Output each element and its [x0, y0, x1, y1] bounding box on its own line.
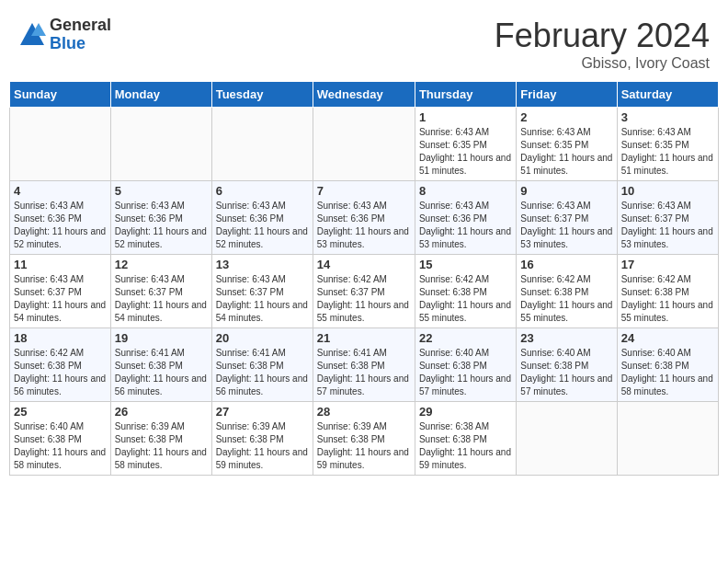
calendar-cell: 5Sunrise: 6:43 AM Sunset: 6:36 PM Daylig… [110, 181, 211, 255]
day-info: Sunrise: 6:43 AM Sunset: 6:36 PM Dayligh… [115, 200, 208, 251]
day-info: Sunrise: 6:41 AM Sunset: 6:38 PM Dayligh… [216, 347, 309, 398]
title-area: February 2024 Gbisso, Ivory Coast [495, 17, 710, 72]
calendar-cell: 16Sunrise: 6:42 AM Sunset: 6:38 PM Dayli… [517, 255, 617, 328]
day-info: Sunrise: 6:43 AM Sunset: 6:36 PM Dayligh… [14, 200, 107, 251]
day-number: 16 [520, 258, 612, 271]
calendar-header-tuesday: Tuesday [211, 82, 313, 108]
calendar-header-wednesday: Wednesday [313, 82, 415, 108]
calendar-cell: 19Sunrise: 6:41 AM Sunset: 6:38 PM Dayli… [110, 328, 211, 402]
day-info: Sunrise: 6:43 AM Sunset: 6:35 PM Dayligh… [520, 126, 612, 178]
day-number: 17 [621, 258, 714, 271]
day-info: Sunrise: 6:43 AM Sunset: 6:35 PM Dayligh… [419, 126, 512, 178]
day-number: 25 [14, 405, 107, 419]
day-info: Sunrise: 6:42 AM Sunset: 6:38 PM Dayligh… [621, 273, 714, 325]
calendar-cell: 18Sunrise: 6:42 AM Sunset: 6:38 PM Dayli… [10, 328, 111, 402]
day-number: 8 [419, 184, 512, 198]
day-info: Sunrise: 6:40 AM Sunset: 6:38 PM Dayligh… [14, 420, 107, 472]
day-info: Sunrise: 6:40 AM Sunset: 6:38 PM Dayligh… [621, 347, 714, 398]
day-info: Sunrise: 6:42 AM Sunset: 6:37 PM Dayligh… [317, 273, 411, 325]
location-title: Gbisso, Ivory Coast [495, 55, 710, 72]
logo: General Blue [18, 17, 111, 53]
day-number: 22 [419, 331, 512, 345]
calendar-week-4: 18Sunrise: 6:42 AM Sunset: 6:38 PM Dayli… [10, 328, 719, 402]
calendar-cell: 9Sunrise: 6:43 AM Sunset: 6:37 PM Daylig… [517, 181, 617, 255]
day-number: 15 [419, 258, 512, 271]
day-info: Sunrise: 6:43 AM Sunset: 6:36 PM Dayligh… [216, 200, 309, 251]
day-number: 20 [216, 331, 309, 345]
logo-icon [18, 21, 46, 49]
calendar-cell: 11Sunrise: 6:43 AM Sunset: 6:37 PM Dayli… [10, 255, 111, 328]
calendar-cell [211, 108, 313, 181]
day-info: Sunrise: 6:41 AM Sunset: 6:38 PM Dayligh… [317, 347, 411, 398]
calendar-header-monday: Monday [110, 82, 211, 108]
day-info: Sunrise: 6:42 AM Sunset: 6:38 PM Dayligh… [419, 273, 512, 325]
calendar-cell [10, 108, 111, 181]
day-number: 21 [317, 331, 411, 345]
day-number: 28 [317, 405, 411, 419]
calendar-header-row: SundayMondayTuesdayWednesdayThursdayFrid… [10, 82, 719, 108]
calendar: SundayMondayTuesdayWednesdayThursdayFrid… [9, 81, 719, 476]
logo-general: General [50, 17, 111, 35]
calendar-cell: 26Sunrise: 6:39 AM Sunset: 6:38 PM Dayli… [110, 402, 211, 476]
day-info: Sunrise: 6:43 AM Sunset: 6:37 PM Dayligh… [621, 200, 714, 251]
calendar-cell: 7Sunrise: 6:43 AM Sunset: 6:36 PM Daylig… [313, 181, 415, 255]
calendar-cell: 1Sunrise: 6:43 AM Sunset: 6:35 PM Daylig… [415, 108, 516, 181]
day-number: 9 [520, 184, 612, 198]
day-number: 24 [621, 331, 714, 345]
calendar-cell [313, 108, 415, 181]
day-number: 10 [621, 184, 714, 198]
calendar-cell: 14Sunrise: 6:42 AM Sunset: 6:37 PM Dayli… [313, 255, 415, 328]
calendar-cell [617, 402, 718, 476]
calendar-header-saturday: Saturday [617, 82, 718, 108]
day-info: Sunrise: 6:40 AM Sunset: 6:38 PM Dayligh… [520, 347, 612, 398]
calendar-cell [517, 402, 617, 476]
day-number: 18 [14, 331, 107, 345]
day-number: 14 [317, 258, 411, 271]
calendar-week-5: 25Sunrise: 6:40 AM Sunset: 6:38 PM Dayli… [10, 402, 719, 476]
day-number: 19 [115, 331, 208, 345]
day-info: Sunrise: 6:43 AM Sunset: 6:37 PM Dayligh… [14, 273, 107, 325]
calendar-cell: 4Sunrise: 6:43 AM Sunset: 6:36 PM Daylig… [10, 181, 111, 255]
calendar-cell: 15Sunrise: 6:42 AM Sunset: 6:38 PM Dayli… [415, 255, 516, 328]
calendar-week-2: 4Sunrise: 6:43 AM Sunset: 6:36 PM Daylig… [10, 181, 719, 255]
day-info: Sunrise: 6:39 AM Sunset: 6:38 PM Dayligh… [216, 420, 309, 472]
logo-blue: Blue [50, 35, 111, 53]
day-info: Sunrise: 6:39 AM Sunset: 6:38 PM Dayligh… [317, 420, 411, 472]
calendar-cell: 8Sunrise: 6:43 AM Sunset: 6:36 PM Daylig… [415, 181, 516, 255]
day-number: 3 [621, 110, 714, 124]
day-number: 13 [216, 258, 309, 271]
day-info: Sunrise: 6:43 AM Sunset: 6:35 PM Dayligh… [621, 126, 714, 178]
calendar-cell: 28Sunrise: 6:39 AM Sunset: 6:38 PM Dayli… [313, 402, 415, 476]
calendar-cell: 24Sunrise: 6:40 AM Sunset: 6:38 PM Dayli… [617, 328, 718, 402]
day-info: Sunrise: 6:40 AM Sunset: 6:38 PM Dayligh… [419, 347, 512, 398]
day-number: 5 [115, 184, 208, 198]
calendar-cell: 3Sunrise: 6:43 AM Sunset: 6:35 PM Daylig… [617, 108, 718, 181]
calendar-cell: 27Sunrise: 6:39 AM Sunset: 6:38 PM Dayli… [211, 402, 313, 476]
calendar-cell: 21Sunrise: 6:41 AM Sunset: 6:38 PM Dayli… [313, 328, 415, 402]
calendar-cell: 29Sunrise: 6:38 AM Sunset: 6:38 PM Dayli… [415, 402, 516, 476]
day-number: 29 [419, 405, 512, 419]
calendar-week-1: 1Sunrise: 6:43 AM Sunset: 6:35 PM Daylig… [10, 108, 719, 181]
calendar-cell: 6Sunrise: 6:43 AM Sunset: 6:36 PM Daylig… [211, 181, 313, 255]
calendar-header-thursday: Thursday [415, 82, 516, 108]
day-info: Sunrise: 6:43 AM Sunset: 6:36 PM Dayligh… [419, 200, 512, 251]
calendar-cell: 12Sunrise: 6:43 AM Sunset: 6:37 PM Dayli… [110, 255, 211, 328]
day-info: Sunrise: 6:39 AM Sunset: 6:38 PM Dayligh… [115, 420, 208, 472]
calendar-cell: 22Sunrise: 6:40 AM Sunset: 6:38 PM Dayli… [415, 328, 516, 402]
calendar-cell [110, 108, 211, 181]
header: General Blue February 2024 Gbisso, Ivory… [9, 9, 719, 75]
day-info: Sunrise: 6:38 AM Sunset: 6:38 PM Dayligh… [419, 420, 512, 472]
day-info: Sunrise: 6:43 AM Sunset: 6:36 PM Dayligh… [317, 200, 411, 251]
calendar-cell: 17Sunrise: 6:42 AM Sunset: 6:38 PM Dayli… [617, 255, 718, 328]
day-number: 7 [317, 184, 411, 198]
calendar-cell: 25Sunrise: 6:40 AM Sunset: 6:38 PM Dayli… [10, 402, 111, 476]
day-number: 11 [14, 258, 107, 271]
calendar-header-friday: Friday [517, 82, 617, 108]
day-info: Sunrise: 6:42 AM Sunset: 6:38 PM Dayligh… [14, 347, 107, 398]
day-info: Sunrise: 6:43 AM Sunset: 6:37 PM Dayligh… [216, 273, 309, 325]
day-number: 6 [216, 184, 309, 198]
day-number: 4 [14, 184, 107, 198]
calendar-cell: 10Sunrise: 6:43 AM Sunset: 6:37 PM Dayli… [617, 181, 718, 255]
calendar-header-sunday: Sunday [10, 82, 111, 108]
calendar-cell: 13Sunrise: 6:43 AM Sunset: 6:37 PM Dayli… [211, 255, 313, 328]
